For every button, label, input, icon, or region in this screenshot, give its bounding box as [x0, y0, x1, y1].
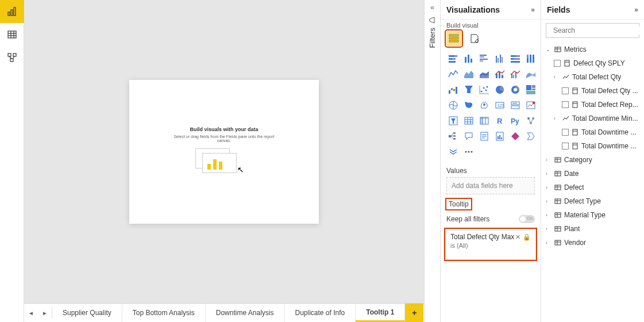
chevron-right-icon: ›: [546, 198, 552, 204]
field-total-defect-qty[interactable]: › Total Defect Qty: [543, 70, 642, 84]
filters-expand-icon[interactable]: «: [430, 3, 434, 12]
viz-paginated-icon[interactable]: [493, 129, 507, 143]
field-checkbox[interactable]: [562, 129, 569, 136]
viz-card-icon[interactable]: 123: [493, 98, 507, 112]
canvas-viewport[interactable]: Build visuals with your data Select or d…: [24, 0, 424, 303]
viz-power-automate-icon[interactable]: [524, 129, 538, 143]
viz-python-icon[interactable]: Py: [508, 114, 522, 128]
report-page[interactable]: Build visuals with your data Select or d…: [129, 80, 319, 224]
viz-scatter-icon[interactable]: [477, 83, 491, 97]
viz-clustered-column-icon[interactable]: [493, 52, 507, 66]
viz-stacked-bar-icon[interactable]: [446, 52, 460, 66]
field-total-defect-rep[interactable]: Total Defect Rep...: [543, 98, 642, 112]
viz-100-stacked-column-icon[interactable]: [524, 52, 538, 66]
svg-rect-122: [565, 60, 569, 66]
table-plant[interactable]: ›Plant: [543, 222, 642, 236]
table-date[interactable]: ›Date: [543, 167, 642, 181]
viz-line-clustered-column-icon[interactable]: [508, 67, 522, 81]
svg-rect-2: [14, 7, 16, 16]
viz-matrix-icon[interactable]: [477, 114, 491, 128]
tab-nav-next[interactable]: ►: [38, 304, 52, 322]
tooltip-filter-card[interactable]: Total Defect Qty Max ✕ 🔒 is (All): [445, 229, 536, 260]
table-icon: [7, 29, 17, 40]
viz-azure-map-icon[interactable]: [477, 98, 491, 112]
svg-rect-1: [11, 10, 13, 16]
field-checkbox[interactable]: [562, 143, 569, 150]
nav-report-view[interactable]: [0, 0, 24, 23]
viz-100-stacked-bar-icon[interactable]: [508, 52, 522, 66]
table-defect-type[interactable]: ›Defect Type: [543, 194, 642, 208]
viz-line-stacked-column-icon[interactable]: [493, 67, 507, 81]
viz-pie-icon[interactable]: [493, 83, 507, 97]
viz-map-icon[interactable]: [446, 98, 460, 112]
tab-nav-prev[interactable]: ◄: [24, 304, 38, 322]
viz-donut-icon[interactable]: [508, 83, 522, 97]
field-checkbox[interactable]: [562, 87, 569, 94]
table-defect[interactable]: ›Defect: [543, 181, 642, 194]
svg-rect-109: [498, 136, 499, 139]
viz-slicer-icon[interactable]: [446, 114, 460, 128]
tab-supplier-quality[interactable]: Supplier Quality: [52, 304, 122, 322]
remove-filter-icon[interactable]: ✕: [515, 233, 520, 241]
field-checkbox[interactable]: [554, 60, 561, 67]
viz-kpi-icon[interactable]: [524, 98, 538, 112]
format-visual-button[interactable]: [467, 31, 482, 46]
viz-area-icon[interactable]: [462, 67, 476, 81]
viz-multi-card-icon[interactable]: [508, 98, 522, 112]
viz-narrative-icon[interactable]: [477, 129, 491, 143]
table-metrics[interactable]: ⌄ Metrics: [543, 43, 642, 56]
viz-key-influencers-icon[interactable]: [524, 114, 538, 128]
viz-power-apps-icon[interactable]: [508, 129, 522, 143]
viz-treemap-icon[interactable]: [524, 83, 538, 97]
field-defect-qty-sply[interactable]: Defect Qty SPLY: [543, 56, 642, 70]
viz-qna-icon[interactable]: [462, 129, 476, 143]
placeholder-title: Build visuals with your data: [190, 126, 258, 132]
nav-model-view[interactable]: [0, 46, 24, 69]
viz-line-icon[interactable]: [446, 67, 460, 81]
viz-funnel-icon[interactable]: [462, 83, 476, 97]
fields-search-box[interactable]: [546, 23, 639, 38]
viz-r-script-icon[interactable]: R: [493, 114, 507, 128]
lock-filter-icon[interactable]: 🔒: [523, 233, 531, 241]
viz-table-icon[interactable]: [462, 114, 476, 128]
field-total-downtime-child-1[interactable]: Total Downtime ...: [543, 125, 642, 139]
tab-top-bottom[interactable]: Top Bottom Analysis: [122, 304, 206, 322]
viz-clustered-bar-icon[interactable]: [477, 52, 491, 66]
keep-filters-toggle[interactable]: On: [519, 215, 535, 223]
viz-more-options-icon[interactable]: [462, 145, 476, 159]
svg-line-103: [451, 136, 453, 139]
fields-pane-collapse-icon[interactable]: »: [634, 6, 638, 14]
svg-rect-22: [468, 55, 469, 63]
table-material-type[interactable]: ›Material Type: [543, 208, 642, 222]
values-field-well[interactable]: Add data fields here: [446, 177, 535, 194]
fields-search-input[interactable]: [553, 26, 639, 34]
add-page-button[interactable]: +: [405, 304, 423, 322]
filters-pane-collapsed[interactable]: « Filters: [424, 0, 440, 322]
tab-duplicate-info[interactable]: Duplicate of Info: [285, 304, 356, 322]
trend-icon: [562, 115, 570, 122]
viz-stacked-area-icon[interactable]: [477, 67, 491, 81]
field-checkbox[interactable]: [562, 101, 569, 108]
svg-rect-77: [533, 102, 535, 104]
viz-get-more-icon[interactable]: [446, 145, 460, 159]
chevron-right-icon: ›: [546, 212, 552, 218]
table-vendor[interactable]: ›Vendor: [543, 236, 642, 250]
build-visual-fields-button[interactable]: [446, 31, 461, 46]
field-total-downtime-min[interactable]: › Total Downtime Min...: [543, 112, 642, 125]
table-category[interactable]: ›Category: [543, 153, 642, 167]
viz-waterfall-icon[interactable]: [446, 83, 460, 97]
svg-rect-8: [8, 53, 11, 56]
viz-ribbon-icon[interactable]: [524, 67, 538, 81]
viz-decomposition-icon[interactable]: [446, 129, 460, 143]
viz-pane-collapse-icon[interactable]: »: [531, 6, 535, 14]
filters-label[interactable]: Filters: [428, 28, 437, 48]
viz-filled-map-icon[interactable]: [462, 98, 476, 112]
page-format-icon: [469, 33, 480, 44]
nav-data-view[interactable]: [0, 23, 24, 46]
viz-stacked-column-icon[interactable]: [462, 52, 476, 66]
field-total-defect-qty-child-1[interactable]: Total Defect Qty ...: [543, 84, 642, 98]
tab-downtime[interactable]: Downtime Analysis: [206, 304, 285, 322]
field-total-downtime-child-2[interactable]: Total Downtime ...: [543, 139, 642, 153]
svg-rect-29: [498, 58, 499, 63]
tab-tooltip-1[interactable]: Tooltip 1: [356, 304, 405, 322]
